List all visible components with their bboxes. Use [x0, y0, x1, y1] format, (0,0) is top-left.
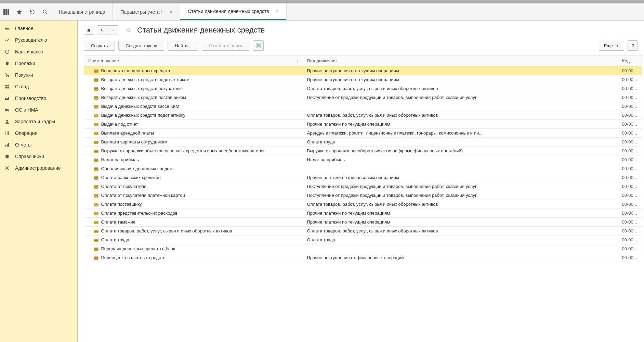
table-row[interactable]: Оплата таможнеПрочие платежи по текущим …: [84, 218, 642, 227]
sidebar-item[interactable]: Склад: [0, 81, 77, 92]
column-header-name[interactable]: Наименование ↓: [84, 55, 303, 66]
cell-code: 00-00...: [618, 66, 642, 75]
cancel-search-button[interactable]: Отменить поиск: [202, 41, 249, 51]
table-row[interactable]: Обналичивание денежных средств00-00...: [84, 164, 642, 173]
sidebar-item[interactable]: Руководителю: [0, 34, 77, 46]
sidebar-item[interactable]: Отчеты: [0, 139, 77, 151]
sidebar-item-label: Банк и касса: [15, 49, 43, 54]
table-row[interactable]: Оплата поставщикуОплата товаров, работ, …: [84, 200, 642, 209]
cell-type: [303, 244, 618, 253]
toolbar: Создать Создать группу Найти... Отменить…: [78, 38, 644, 55]
table-row[interactable]: Ввод остатков денежных средствПрочие пос…: [84, 66, 642, 75]
cell-type: [303, 102, 618, 111]
cell-code: 00-00...: [618, 111, 642, 120]
svg-rect-24: [8, 143, 9, 147]
table-row[interactable]: Оплата от покупателя платежной картойПос…: [84, 191, 642, 200]
sidebar-item[interactable]: Главное: [0, 23, 77, 34]
table-row[interactable]: Оплата банковских кредитовПрочие платежи…: [84, 173, 642, 182]
tab[interactable]: Параметры учета *×: [113, 3, 180, 20]
table-row[interactable]: Возврат денежных средств покупателюОплат…: [84, 84, 642, 93]
table-row[interactable]: Передача денежных средств в банк00-00...: [84, 244, 642, 253]
cell-type: Арендные платежи, роялти, лицензионные п…: [303, 129, 618, 138]
apps-icon[interactable]: [3, 9, 10, 15]
svg-rect-23: [7, 144, 8, 147]
cell-type: Прочие поступления от финансовых операци…: [303, 253, 618, 262]
tab[interactable]: Статьи движения денежных средств×: [180, 3, 287, 20]
search-icon[interactable]: [42, 9, 49, 15]
star-icon[interactable]: [16, 9, 23, 15]
tab[interactable]: Начальная страница: [51, 3, 113, 20]
cell-name: Выплата зарплаты сотрудникам: [84, 138, 303, 147]
sidebar-item-label: Зарплата и кадры: [15, 119, 55, 124]
history-icon[interactable]: [29, 9, 36, 15]
table-row[interactable]: Оплата трудаОплата труда00-00...: [84, 236, 642, 244]
cell-name: Налог на прибыль: [84, 155, 303, 164]
sidebar-item[interactable]: Продажи: [0, 58, 77, 69]
sidebar-item[interactable]: Зарплата и кадры: [0, 116, 77, 127]
coin-icon: ₽: [4, 49, 10, 55]
cell-name: Оплата труда: [84, 236, 303, 244]
sidebar-item[interactable]: Покупки: [0, 69, 77, 81]
sidebar-item[interactable]: ОС и НМА: [0, 104, 77, 116]
table-row[interactable]: Оплата представительских расходовПрочие …: [84, 209, 642, 218]
page-header: ☆ Статьи движения денежных средств: [78, 21, 644, 38]
sidebar-item[interactable]: Администрирование: [0, 162, 77, 174]
svg-rect-8: [8, 13, 9, 15]
list-mode-button[interactable]: [253, 40, 264, 51]
close-icon[interactable]: ×: [276, 9, 279, 14]
item-icon: [94, 230, 98, 233]
sidebar-item[interactable]: ₽Банк и касса: [0, 46, 77, 58]
table-row[interactable]: Выдача денежных средств подотчетникуОпла…: [84, 111, 642, 120]
svg-rect-22: [5, 145, 6, 147]
back-button[interactable]: [97, 26, 107, 35]
column-header-type[interactable]: Вид движения: [303, 55, 618, 66]
sidebar-item[interactable]: Справочники: [0, 151, 77, 162]
table-row[interactable]: Выплата арендной платыАрендные платежи, …: [84, 129, 642, 138]
item-icon: [94, 123, 98, 126]
item-icon: [94, 78, 98, 82]
window-titlebar: [0, 0, 644, 3]
forward-button[interactable]: [107, 26, 118, 35]
cell-name: Оплата таможне: [84, 218, 303, 227]
svg-rect-5: [8, 11, 9, 13]
table-row[interactable]: Выручка от продажи объектов основных сре…: [84, 147, 642, 155]
home-button[interactable]: [84, 26, 94, 35]
help-button[interactable]: ?: [628, 40, 638, 51]
table-row[interactable]: Выдача денежных средств кассе ККМ00-00..…: [84, 102, 642, 111]
svg-rect-3: [3, 11, 5, 13]
create-button[interactable]: Создать: [84, 41, 115, 51]
cell-type: Прочие платежи по финансовым операциям: [303, 173, 618, 182]
table-row[interactable]: Налог на прибыльНалог на прибыль00-00...: [84, 155, 642, 164]
more-button[interactable]: Еще ▼: [599, 41, 624, 51]
table-row[interactable]: Выплата зарплаты сотрудникамОплата труда…: [84, 138, 642, 147]
sidebar-item[interactable]: Производство: [0, 92, 77, 104]
column-header-code[interactable]: Код: [618, 55, 642, 66]
favorite-star-icon[interactable]: ☆: [124, 26, 132, 34]
table-row[interactable]: Выдача под отчетПрочие платежи по текущи…: [84, 120, 642, 129]
sidebar-item-label: Руководителю: [15, 37, 47, 43]
item-icon: [94, 87, 98, 91]
create-group-button[interactable]: Создать группу: [118, 41, 164, 51]
table-row[interactable]: Возврат денежных средств подотчетникомПр…: [84, 75, 642, 84]
cell-name: Оплата поставщику: [84, 200, 303, 209]
svg-rect-2: [8, 9, 9, 11]
tab-label: Статьи движения денежных средств: [188, 9, 269, 14]
cell-code: 00-00...: [618, 191, 642, 200]
cell-name: Выплата арендной платы: [84, 129, 303, 138]
table-row[interactable]: Оплата от покупателяПоступление от прода…: [84, 182, 642, 191]
top-icon-group: [0, 3, 51, 20]
item-icon: [94, 256, 98, 260]
table-row[interactable]: Оплата товаров, работ, услуг, сырья и ин…: [84, 227, 642, 236]
svg-point-14: [8, 76, 9, 77]
table-row[interactable]: Переоценка валютных средствПрочие поступ…: [84, 253, 642, 262]
table-row[interactable]: Возврат денежных средств поставщикомПост…: [84, 93, 642, 102]
item-icon: [94, 221, 98, 224]
svg-rect-6: [3, 13, 5, 15]
sidebar-item[interactable]: Операции: [0, 127, 77, 139]
find-button[interactable]: Найти...: [168, 41, 198, 51]
cell-code: 00-00...: [618, 129, 642, 138]
cell-name: Возврат денежных средств покупателю: [84, 84, 303, 93]
cell-code: 00-00...: [618, 227, 642, 236]
close-icon[interactable]: ×: [170, 9, 172, 15]
cell-name: Обналичивание денежных средств: [84, 164, 303, 173]
